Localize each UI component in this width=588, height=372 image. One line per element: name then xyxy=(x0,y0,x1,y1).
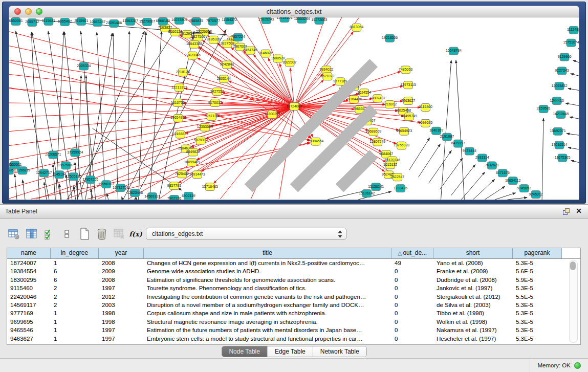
cell: 18724007 xyxy=(7,259,51,267)
vertical-scrollbar[interactable] xyxy=(569,260,578,343)
cell: 9777169 xyxy=(7,309,51,317)
cell: 0 xyxy=(391,318,433,326)
memory-status-label: Memory: OK xyxy=(537,362,571,368)
table-row[interactable]: 1872400712008Changes of HCN gene express… xyxy=(7,259,580,267)
cell: 1997 xyxy=(99,326,144,334)
column-header-out_de[interactable]: △out_de... xyxy=(391,248,433,258)
cell: Changes of HCN gene expression and I(f) … xyxy=(144,259,391,267)
tab-edge-table[interactable]: Edge Table xyxy=(268,346,313,357)
new-document-button[interactable] xyxy=(77,226,92,242)
cell: Wolkin et al. (1998) xyxy=(433,318,513,326)
table-header-row: namein_degreeyeartitle△out_de...shortpag… xyxy=(7,248,580,259)
select-columns-button[interactable] xyxy=(24,226,39,242)
cell: 5.9E-5 xyxy=(513,276,562,284)
cell: 1 xyxy=(51,309,99,317)
cell: 49 xyxy=(391,259,433,267)
tab-network-table[interactable]: Network Table xyxy=(313,346,366,357)
table-selector-value: citations_edges.txt xyxy=(152,228,203,239)
network-canvas[interactable]: 1872400718300295193845547163822816012459… xyxy=(9,17,579,200)
cell: 18300295 xyxy=(7,276,51,284)
cell: 9115460 xyxy=(7,284,51,292)
cell: 1997 xyxy=(99,284,144,292)
cell: Structural magnetic resonance image aver… xyxy=(144,318,391,326)
cell: Hescheler et al. (1997) xyxy=(433,335,513,343)
table-settings-icon xyxy=(8,228,20,240)
select-all-button[interactable] xyxy=(42,226,57,242)
rows-icon xyxy=(61,228,73,240)
table-row[interactable]: 946554611997Estimation of the future num… xyxy=(7,326,580,334)
cell: 1 xyxy=(51,335,99,343)
table-selector-combo[interactable]: citations_edges.txt xyxy=(146,228,346,240)
cell: 0 xyxy=(391,301,433,309)
cell: 1998 xyxy=(99,318,144,326)
network-view-frame: citations_edges.txt 18724007183002951938… xyxy=(2,2,586,204)
cell: Tibbo et al. (1998) xyxy=(433,309,513,317)
memory-ok-indicator[interactable] xyxy=(574,362,581,369)
close-panel-icon[interactable]: ✕ xyxy=(576,207,582,215)
cell: Genome-wide association studies in ADHD. xyxy=(144,267,391,275)
cell: 5.3E-5 xyxy=(513,259,562,267)
delete-table-button[interactable] xyxy=(112,226,127,242)
table-tabs: Node TableEdge TableNetwork Table xyxy=(221,346,366,357)
table-row[interactable]: 969969511998Structural magnetic resonanc… xyxy=(7,318,580,326)
window-titlebar[interactable]: citations_edges.txt xyxy=(9,6,579,17)
cell: 2012 xyxy=(99,293,144,301)
cell: Estimation of significance thresholds fo… xyxy=(144,276,391,284)
cell: 1 xyxy=(51,326,99,334)
select-all-checks-icon xyxy=(43,228,56,240)
column-header-pagerank[interactable]: pagerank xyxy=(513,248,562,258)
cell: 9463627 xyxy=(7,335,51,343)
cell: 0 xyxy=(391,326,433,334)
cell: 5.3E-5 xyxy=(513,335,562,343)
column-header-title[interactable]: title xyxy=(144,248,391,258)
cell: 19384554 xyxy=(7,267,51,275)
cell: 0 xyxy=(391,309,433,317)
cell: 0 xyxy=(391,335,433,343)
cell: 5.5E-5 xyxy=(513,293,562,301)
cell: 5.3E-5 xyxy=(513,284,562,292)
cell: 0 xyxy=(391,284,433,292)
tab-node-table[interactable]: Node Table xyxy=(222,346,268,357)
row-height-button[interactable] xyxy=(59,226,75,242)
cell: 2 xyxy=(51,284,99,292)
table-row[interactable]: 911546021997Tourette syndrome. Phenomeno… xyxy=(7,284,580,292)
cell: Investigating the contribution of common… xyxy=(144,293,391,301)
function-builder-button[interactable]: f(x) xyxy=(128,226,143,242)
table-row[interactable]: 1456911722003Disruption of a novel membe… xyxy=(7,301,580,309)
table-row[interactable]: 1830029562008Estimation of significance … xyxy=(7,276,580,284)
column-header-name[interactable]: name xyxy=(7,248,51,258)
cell: 2008 xyxy=(99,276,144,284)
column-header-year[interactable]: year xyxy=(99,248,144,258)
table-toolbar: f(x) citations_edges.txt xyxy=(0,225,588,244)
cell: 5.3E-5 xyxy=(513,318,562,326)
column-header-in_degree[interactable]: in_degree xyxy=(51,248,99,258)
table-body: 1872400712008Changes of HCN gene express… xyxy=(7,259,580,343)
column-header-short[interactable]: short xyxy=(433,248,513,258)
table-row[interactable]: 2242004622012Investigating the contribut… xyxy=(7,293,580,301)
cell: 22420046 xyxy=(7,293,51,301)
cell: Franke et al. (2009) xyxy=(433,267,513,275)
cell: 9699695 xyxy=(7,318,51,326)
table-settings-button[interactable] xyxy=(6,226,21,242)
table-row[interactable]: 946362711997Embryonic stem cells: a mode… xyxy=(7,335,580,343)
new-document-icon xyxy=(78,227,91,240)
cell: 9465546 xyxy=(7,326,51,334)
float-panel-icon[interactable] xyxy=(563,208,570,215)
scrollbar-thumb[interactable] xyxy=(570,261,576,270)
table-row[interactable]: 1938455462009Genome-wide association stu… xyxy=(7,267,580,275)
cell: 6 xyxy=(51,267,99,275)
delete-button[interactable] xyxy=(94,226,110,242)
cell: Jankovic et al. (1997) xyxy=(433,284,513,292)
cell: 2008 xyxy=(99,259,144,267)
table-row[interactable]: 977716911998Corpus callosum shape and si… xyxy=(7,309,580,317)
select-columns-icon xyxy=(26,228,38,240)
delete-table-icon xyxy=(113,228,125,240)
cell: 2003 xyxy=(99,301,144,309)
cell: 5.6E-5 xyxy=(513,267,562,275)
resize-grip[interactable] xyxy=(9,17,579,200)
network-window: citations_edges.txt 18724007183002951938… xyxy=(9,6,579,200)
status-bar: Memory: OK xyxy=(0,358,588,372)
node-table: namein_degreeyeartitle△out_de...shortpag… xyxy=(7,248,581,345)
cell: 1 xyxy=(51,318,99,326)
cell: 1 xyxy=(51,259,99,267)
